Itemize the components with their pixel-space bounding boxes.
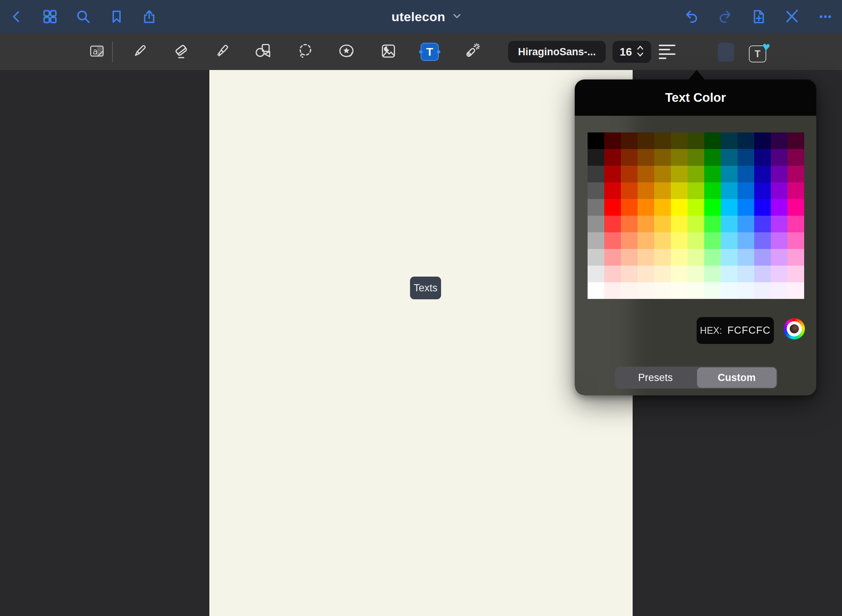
palette-swatch[interactable] [604,149,621,166]
palette-swatch[interactable] [704,232,721,249]
lasso-tool-button[interactable] [293,40,317,64]
palette-swatch[interactable] [771,149,787,166]
palette-swatch[interactable] [671,216,688,232]
palette-swatch[interactable] [738,232,754,249]
palette-swatch[interactable] [638,266,654,282]
text-align-button[interactable] [659,45,676,59]
palette-swatch[interactable] [671,182,688,199]
palette-swatch[interactable] [721,232,738,249]
palette-swatch[interactable] [671,132,688,149]
palette-swatch[interactable] [654,249,671,266]
palette-swatch[interactable] [688,149,704,166]
palette-swatch[interactable] [787,182,804,199]
laser-pointer-tool-button[interactable] [460,40,484,64]
palette-swatch[interactable] [621,166,638,182]
palette-swatch[interactable] [688,249,704,266]
palette-swatch[interactable] [738,149,754,166]
palette-swatch[interactable] [654,132,671,149]
palette-swatch[interactable] [704,166,721,182]
palette-swatch[interactable] [704,199,721,216]
palette-swatch[interactable] [738,249,754,266]
palette-swatch[interactable] [654,282,671,299]
palette-swatch[interactable] [754,166,771,182]
palette-swatch[interactable] [771,182,787,199]
palette-swatch[interactable] [738,282,754,299]
palette-swatch[interactable] [588,149,604,166]
palette-swatch[interactable] [704,282,721,299]
text-tool-button-selected[interactable]: T [421,43,439,61]
palette-swatch[interactable] [787,132,804,149]
palette-swatch[interactable] [704,132,721,149]
palette-swatch[interactable] [671,166,688,182]
palette-swatch[interactable] [621,282,638,299]
shapes-tool-button[interactable] [251,40,275,64]
palette-swatch[interactable] [688,199,704,216]
palette-swatch[interactable] [588,266,604,282]
color-wheel-button[interactable] [784,318,805,339]
palette-swatch[interactable] [621,199,638,216]
palette-swatch[interactable] [738,216,754,232]
palette-swatch[interactable] [604,199,621,216]
palette-swatch[interactable] [688,182,704,199]
palette-swatch[interactable] [621,149,638,166]
palette-swatch[interactable] [771,266,787,282]
palette-swatch[interactable] [621,182,638,199]
palette-swatch[interactable] [654,266,671,282]
palette-swatch[interactable] [688,132,704,149]
palette-swatch[interactable] [621,232,638,249]
palette-swatch[interactable] [754,149,771,166]
palette-swatch[interactable] [721,282,738,299]
palette-swatch[interactable] [754,216,771,232]
palette-swatch[interactable] [588,166,604,182]
palette-swatch[interactable] [721,166,738,182]
palette-swatch[interactable] [604,232,621,249]
palette-swatch[interactable] [787,282,804,299]
palette-swatch[interactable] [721,149,738,166]
palette-swatch[interactable] [638,282,654,299]
palette-swatch[interactable] [754,266,771,282]
palette-swatch[interactable] [704,266,721,282]
palette-swatch[interactable] [588,232,604,249]
text-style-favorite-button[interactable]: T ♥ [749,45,766,62]
palette-swatch[interactable] [688,216,704,232]
palette-swatch[interactable] [771,282,787,299]
palette-swatch[interactable] [621,216,638,232]
palette-swatch[interactable] [638,182,654,199]
back-button[interactable] [5,5,28,28]
palette-swatch[interactable] [704,216,721,232]
palette-swatch[interactable] [688,232,704,249]
thumbnails-button[interactable] [39,5,61,28]
palette-swatch[interactable] [621,266,638,282]
palette-swatch[interactable] [771,216,787,232]
palette-swatch[interactable] [638,166,654,182]
palette-swatch[interactable] [787,249,804,266]
palette-swatch[interactable] [787,266,804,282]
tab-custom[interactable]: Custom [697,367,777,388]
pen-tool-button[interactable] [128,40,151,64]
palette-swatch[interactable] [688,266,704,282]
palette-swatch[interactable] [688,282,704,299]
add-page-button[interactable] [747,5,770,28]
palette-swatch[interactable] [671,149,688,166]
palette-swatch[interactable] [754,232,771,249]
palette-swatch[interactable] [721,249,738,266]
palette-swatch[interactable] [638,132,654,149]
palette-swatch[interactable] [771,199,787,216]
palette-swatch[interactable] [654,199,671,216]
palette-swatch[interactable] [787,199,804,216]
palette-swatch[interactable] [721,216,738,232]
palette-swatch[interactable] [754,132,771,149]
palette-swatch[interactable] [754,199,771,216]
palette-swatch[interactable] [654,232,671,249]
read-mode-button[interactable]: a [85,40,109,64]
palette-swatch[interactable] [754,282,771,299]
palette-swatch[interactable] [671,249,688,266]
palette-swatch[interactable] [704,249,721,266]
palette-swatch[interactable] [638,199,654,216]
palette-swatch[interactable] [671,232,688,249]
palette-swatch[interactable] [671,282,688,299]
palette-swatch[interactable] [621,249,638,266]
share-button[interactable] [138,5,161,28]
image-tool-button[interactable] [377,40,400,64]
palette-swatch[interactable] [771,232,787,249]
